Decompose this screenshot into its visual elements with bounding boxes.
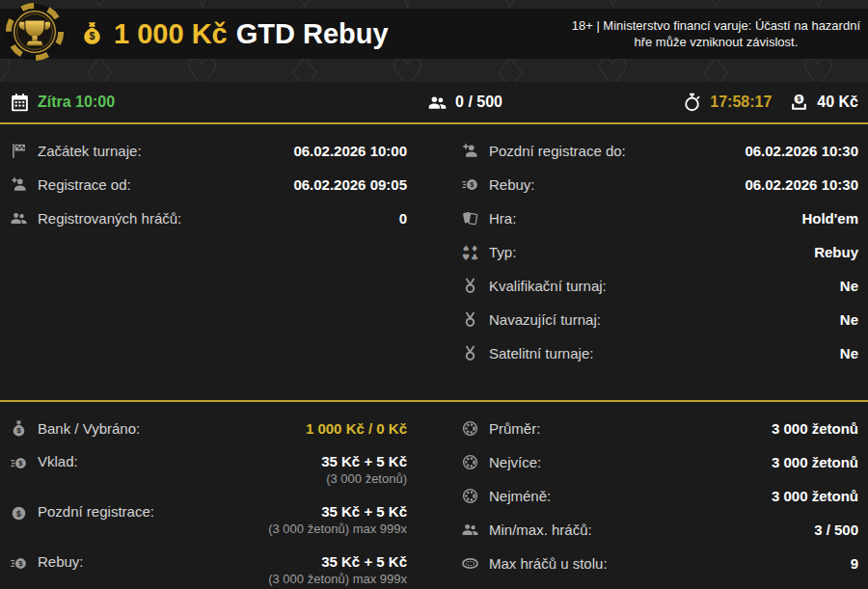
cards-icon <box>461 209 479 228</box>
coin-tray-icon <box>789 93 809 113</box>
rebuy-coin-icon <box>10 454 28 472</box>
row-value: 3 000 žetonů <box>772 454 858 470</box>
info-row: Navazující turnaj: Ne <box>461 303 858 336</box>
info-row: Hra: Hold'em <box>461 201 858 235</box>
row-label: Průměr: <box>489 420 540 437</box>
poker-chip-icon <box>461 453 479 471</box>
row-label: Satelitní turnaje: <box>489 345 593 361</box>
row-label: Pozdní registrace do: <box>489 143 626 159</box>
row-subvalue: (3 000 žetonů) max 999x <box>268 572 407 586</box>
tournament-title: 1 000 Kč GTD Rebuy <box>79 20 389 48</box>
dollar-circle-icon <box>10 504 28 522</box>
info-row: Nejméně: 3 000 žetonů <box>461 479 858 513</box>
row-value: 06.02.2026 10:30 <box>745 176 858 193</box>
info-row: Pozdní registrace do: 06.02.2026 10:30 <box>461 134 858 168</box>
players-count: 0 / 500 <box>455 94 502 111</box>
header-bar: 1 000 Kč GTD Rebuy 18+ | Ministerstvo fi… <box>0 9 868 59</box>
info-row: Max hráčů u stolu: 9 <box>461 547 858 580</box>
medal-icon <box>461 310 479 329</box>
info-column-left: Začátek turnaje: 06.02.2026 10:00 Regist… <box>10 134 407 370</box>
row-value: Rebuy <box>814 244 858 260</box>
info-row: Rebuy: 06.02.2026 10:30 <box>461 168 858 201</box>
fee-text: 40 Kč <box>817 94 858 111</box>
info-row: Registrovaných hráčů: 0 <box>10 201 407 235</box>
row-label: Bank / Vybráno: <box>38 420 140 437</box>
row-subvalue: (3 000 žetonů) <box>326 471 407 486</box>
row-label: Hra: <box>489 210 516 227</box>
row-label: Registrace od: <box>38 176 131 193</box>
row-label: Začátek turnaje: <box>38 143 142 159</box>
warning-line-1: 18+ | Ministerstvo financí varuje: Účast… <box>572 17 860 34</box>
gambling-warning: 18+ | Ministerstvo financí varuje: Účast… <box>572 17 860 50</box>
info-row: Nejvíce: 3 000 žetonů <box>461 445 858 479</box>
row-value: Hold'em <box>801 210 858 227</box>
row-value: Ne <box>840 345 858 361</box>
status-players: 0 / 500 <box>427 93 502 113</box>
info-row: Satelitní turnaje: Ne <box>461 336 858 370</box>
row-value: 06.02.2026 10:00 <box>293 143 407 159</box>
row-label: Typ: <box>489 244 516 260</box>
row-label: Rebuy: <box>489 176 535 193</box>
status-timer: 17:58:17 <box>682 93 772 113</box>
money-bag-icon <box>79 20 105 46</box>
info-row: Typ: Rebuy <box>461 235 858 269</box>
row-value: 3 / 500 <box>814 522 858 538</box>
row-label: Registrovaných hráčů: <box>38 210 181 227</box>
row-value: 1 000 Kč / 0 Kč <box>306 420 407 437</box>
group-icon <box>10 209 28 228</box>
timer-text: 17:58:17 <box>710 94 772 111</box>
person-add-icon <box>461 142 479 160</box>
schedule-text: Zítra 10:00 <box>38 94 115 111</box>
title-amount: 1 000 Kč <box>114 20 228 48</box>
table-icon <box>461 554 479 573</box>
group-icon <box>461 521 479 539</box>
row-value: 35 Kč + 5 Kč <box>321 453 407 469</box>
row-label: Vklad: <box>38 453 78 469</box>
calendar-icon <box>10 93 30 113</box>
row-value: 06.02.2026 09:05 <box>293 176 407 193</box>
row-label: Kvalifikační turnaj: <box>489 278 607 294</box>
poker-chip-icon <box>461 487 479 505</box>
warning-line-2: hře může vzniknout závislost. <box>572 34 860 50</box>
buyin-info-section: Bank / Vybráno: 1 000 Kč / 0 Kč Vklad: 3… <box>0 402 868 589</box>
info-row: Průměr: 3 000 žetonů <box>461 412 858 445</box>
players-icon <box>427 93 448 113</box>
row-value: 3 000 žetonů <box>772 420 858 437</box>
row-value: Ne <box>840 278 858 294</box>
info-column-right: Pozdní registrace do: 06.02.2026 10:30 R… <box>461 134 858 370</box>
row-value: Ne <box>840 311 858 328</box>
row-label: Nejvíce: <box>489 454 541 470</box>
info-column-right: Průměr: 3 000 žetonů Nejvíce: 3 000 žeto… <box>461 412 858 589</box>
row-label: Pozdní registrace: <box>38 503 154 520</box>
info-row: Kvalifikační turnaj: Ne <box>461 269 858 303</box>
status-schedule: Zítra 10:00 <box>10 93 115 113</box>
info-row: Registrace od: 06.02.2026 09:05 <box>10 168 407 201</box>
poker-chip-icon <box>461 419 479 438</box>
money-bag-icon <box>10 419 28 438</box>
medal-icon <box>461 277 479 295</box>
person-add-icon <box>10 175 28 194</box>
row-label: Navazující turnaj: <box>489 311 601 328</box>
row-value: 06.02.2026 10:30 <box>745 143 858 159</box>
row-value: 9 <box>851 555 858 572</box>
row-value: 35 Kč + 5 Kč <box>321 503 407 520</box>
row-label: Min/max. hráčů: <box>489 522 592 538</box>
rebuy-coin-icon <box>461 175 479 194</box>
info-row: Bank / Vybráno: 1 000 Kč / 0 Kč <box>10 412 407 445</box>
info-column-left: Bank / Vybráno: 1 000 Kč / 0 Kč Vklad: 3… <box>10 412 407 589</box>
status-fee: 40 Kč <box>789 93 858 113</box>
flag-icon <box>10 142 28 160</box>
row-label: Rebuy: <box>38 553 84 570</box>
status-right: 17:58:17 40 Kč <box>682 93 858 113</box>
rebuy-coin-icon <box>10 554 28 573</box>
row-value: 35 Kč + 5 Kč <box>321 553 407 570</box>
row-value: 0 <box>399 210 407 227</box>
info-row: Vklad: 35 Kč + 5 Kč (3 000 žetonů) <box>10 445 407 495</box>
row-subvalue: (3 000 žetonů) max 999x <box>268 522 407 536</box>
row-label: Max hráčů u stolu: <box>489 555 608 572</box>
tournament-info-section: Začátek turnaje: 06.02.2026 10:00 Regist… <box>0 124 868 400</box>
info-row: Začátek turnaje: 06.02.2026 10:00 <box>10 134 407 168</box>
stopwatch-icon <box>682 93 702 113</box>
trophy-chip-icon <box>5 2 65 62</box>
row-label: Nejméně: <box>489 488 551 504</box>
